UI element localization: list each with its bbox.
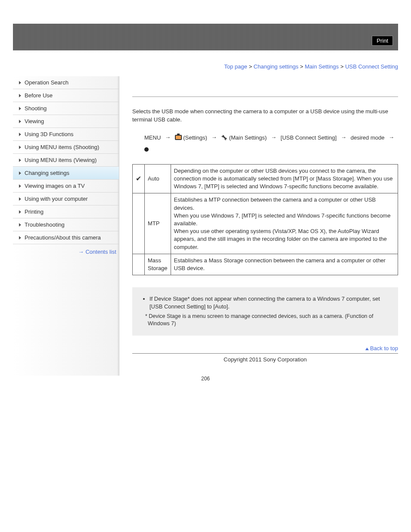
header-band: Print bbox=[13, 24, 398, 50]
sidebar-item-label: Troubleshooting bbox=[25, 221, 65, 228]
table-check-cell bbox=[133, 193, 145, 254]
sidebar-item-label: Viewing images on a TV bbox=[25, 183, 85, 189]
breadcrumb-main-settings[interactable]: Main Settings bbox=[305, 63, 339, 70]
menu-path-main-settings: (Main Settings) bbox=[229, 134, 267, 140]
options-table: ✔AutoDepending on the computer or other … bbox=[132, 164, 398, 275]
intro-text: Selects the USB mode when connecting the… bbox=[132, 108, 398, 124]
chevron-right-icon bbox=[19, 184, 21, 188]
chevron-right-icon bbox=[19, 223, 21, 227]
sidebar-item[interactable]: Printing bbox=[13, 205, 119, 218]
table-check-cell: ✔ bbox=[133, 164, 145, 193]
sidebar-item[interactable]: Shooting bbox=[13, 102, 119, 115]
breadcrumb-sep: > bbox=[249, 63, 252, 70]
arrow-right-icon: → bbox=[78, 249, 84, 255]
print-button[interactable]: Print bbox=[372, 36, 393, 46]
arrow-right-icon bbox=[165, 132, 171, 143]
back-to-top-link[interactable]: Back to top bbox=[132, 345, 398, 352]
sidebar-item-label: Operation Search bbox=[25, 79, 68, 86]
table-row: MTPEstablishes a MTP connection between … bbox=[133, 193, 398, 254]
back-to-top-label: Back to top bbox=[370, 345, 398, 352]
breadcrumb: Top page > Changing settings > Main Sett… bbox=[13, 63, 398, 70]
settings-icon bbox=[175, 135, 182, 140]
menu-path-menu: MENU bbox=[144, 134, 161, 140]
main-content: Selects the USB mode when connecting the… bbox=[132, 76, 398, 376]
sidebar-item[interactable]: Operation Search bbox=[13, 76, 119, 89]
sidebar-item[interactable]: Using MENU items (Viewing) bbox=[13, 154, 119, 167]
chevron-right-icon bbox=[19, 107, 21, 110]
footer-rule bbox=[132, 353, 398, 354]
chevron-right-icon bbox=[19, 159, 21, 162]
breadcrumb-sep: > bbox=[340, 63, 344, 70]
ok-dot-icon bbox=[144, 147, 149, 152]
arrow-right-icon bbox=[271, 132, 277, 143]
table-label-cell: Auto bbox=[145, 164, 171, 193]
chevron-right-icon bbox=[19, 133, 21, 136]
table-row: Mass StorageEstablishes a Mass Storage c… bbox=[133, 254, 398, 275]
arrow-up-icon bbox=[365, 348, 369, 350]
sidebar-item-label: Changing settings bbox=[25, 170, 69, 176]
sidebar: Operation SearchBefore UseShootingViewin… bbox=[13, 76, 119, 376]
page-number: 206 bbox=[13, 376, 398, 382]
contents-list-label: Contents list bbox=[85, 249, 116, 255]
sidebar-item[interactable]: Troubleshooting bbox=[13, 218, 119, 231]
breadcrumb-top[interactable]: Top page bbox=[224, 63, 247, 70]
chevron-right-icon bbox=[19, 236, 21, 240]
main-settings-icon: 🔧︎ bbox=[221, 132, 227, 144]
chevron-right-icon bbox=[19, 197, 21, 201]
sidebar-item-label: Using with your computer bbox=[25, 196, 88, 202]
sidebar-item-label: Using 3D Functions bbox=[25, 131, 73, 137]
sidebar-item-label: Precautions/About this camera bbox=[25, 234, 101, 241]
sidebar-item[interactable]: Using 3D Functions bbox=[13, 128, 119, 141]
breadcrumb-sep: > bbox=[300, 63, 303, 70]
sidebar-item[interactable]: Viewing images on a TV bbox=[13, 180, 119, 193]
note-bullet: If Device Stage* does not appear when co… bbox=[149, 295, 391, 311]
sidebar-item[interactable]: Viewing bbox=[13, 115, 119, 128]
sidebar-item[interactable]: Changing settings bbox=[13, 167, 119, 180]
sidebar-item[interactable]: Before Use bbox=[13, 89, 119, 102]
note-footnote: * Device Stage is a menu screen to manag… bbox=[143, 313, 391, 328]
contents-list-link[interactable]: → Contents list bbox=[13, 244, 119, 259]
table-label-cell: Mass Storage bbox=[145, 254, 171, 275]
chevron-right-icon bbox=[19, 81, 21, 84]
chevron-right-icon bbox=[19, 171, 21, 175]
sidebar-item-label: Using MENU items (Shooting) bbox=[25, 144, 99, 150]
table-label-cell: MTP bbox=[145, 193, 171, 254]
menu-path-usb: [USB Connect Setting] bbox=[280, 134, 336, 140]
menu-path-desired: desired mode bbox=[351, 134, 385, 140]
table-row: ✔AutoDepending on the computer or other … bbox=[133, 164, 398, 193]
table-check-cell bbox=[133, 254, 145, 275]
sidebar-item-label: Shooting bbox=[25, 105, 47, 112]
sidebar-item[interactable]: Using with your computer bbox=[13, 193, 119, 205]
chevron-right-icon bbox=[19, 210, 21, 214]
arrow-right-icon bbox=[211, 132, 217, 143]
sidebar-item-label: Printing bbox=[25, 208, 44, 215]
chevron-right-icon bbox=[19, 146, 21, 149]
arrow-right-icon bbox=[389, 132, 394, 143]
table-desc-cell: Establishes a Mass Storage connection be… bbox=[171, 254, 398, 275]
sidebar-item-label: Using MENU items (Viewing) bbox=[25, 157, 97, 163]
notes-box: If Device Stage* does not appear when co… bbox=[132, 287, 398, 335]
sidebar-item-label: Before Use bbox=[25, 92, 53, 99]
sidebar-item[interactable]: Precautions/About this camera bbox=[13, 231, 119, 244]
breadcrumb-current: USB Connect Setting bbox=[345, 63, 398, 70]
copyright: Copyright 2011 Sony Corporation bbox=[132, 356, 398, 363]
menu-path: MENU (Settings) 🔧︎ (Main Settings) [USB … bbox=[132, 132, 398, 155]
sidebar-item-label: Viewing bbox=[25, 118, 44, 124]
sidebar-item[interactable]: Using MENU items (Shooting) bbox=[13, 141, 119, 154]
page-title-area bbox=[132, 76, 398, 97]
check-icon: ✔ bbox=[136, 175, 141, 182]
chevron-right-icon bbox=[19, 94, 21, 97]
chevron-right-icon bbox=[19, 120, 21, 123]
menu-path-settings: (Settings) bbox=[183, 134, 207, 140]
arrow-right-icon bbox=[341, 132, 346, 143]
table-desc-cell: Depending on the computer or other USB d… bbox=[171, 164, 398, 193]
table-desc-cell: Establishes a MTP connection between the… bbox=[171, 193, 398, 254]
breadcrumb-changing-settings[interactable]: Changing settings bbox=[254, 63, 299, 70]
